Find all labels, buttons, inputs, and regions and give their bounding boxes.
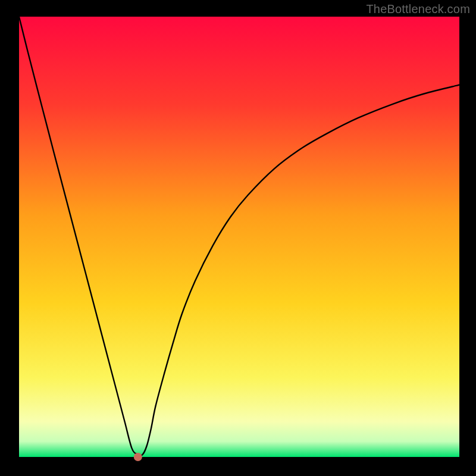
optimal-point-marker bbox=[134, 453, 142, 461]
watermark-text: TheBottleneck.com bbox=[366, 2, 470, 16]
chart-svg bbox=[0, 0, 476, 476]
plot-background bbox=[19, 17, 459, 457]
bottleneck-chart bbox=[0, 0, 476, 476]
